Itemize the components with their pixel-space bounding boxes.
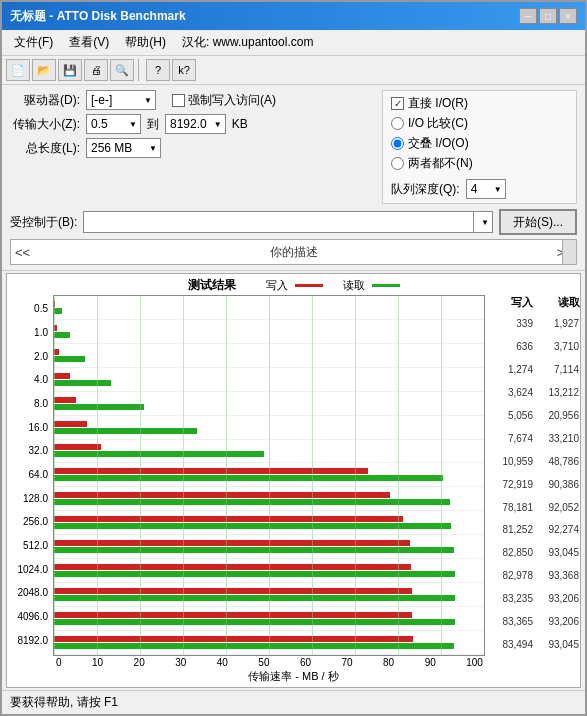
toolbar-print[interactable]: 🖨: [84, 59, 108, 81]
force-write-check[interactable]: 强制写入访问(A): [172, 92, 276, 109]
transfer-label: 传输大小(Z):: [10, 116, 80, 133]
io-compare-radio[interactable]: I/O 比较(C): [391, 115, 568, 132]
description-bar: << 你的描述 >>: [10, 239, 577, 265]
minimize-button[interactable]: ─: [519, 8, 537, 24]
value-row: 1,2747,114: [489, 358, 580, 381]
write-bar: [54, 588, 412, 594]
io-neither-input[interactable]: [391, 157, 404, 170]
io-exchange-radio[interactable]: 交叠 I/O(O): [391, 135, 568, 152]
menu-bar: 文件(F) 查看(V) 帮助(H) 汉化: www.upantool.com: [2, 30, 585, 56]
toolbar-separator: [138, 59, 142, 81]
io-exchange-input[interactable]: [391, 137, 404, 150]
bar-row: [54, 416, 484, 440]
legend-write-color: [295, 284, 323, 287]
drive-select[interactable]: [-e-]: [86, 90, 156, 110]
write-value: 82,850: [489, 547, 533, 558]
bar-row: [54, 559, 484, 583]
read-bar: [54, 523, 451, 529]
bar-row: [54, 535, 484, 559]
bar-row: [54, 368, 484, 392]
x-title: 传输速率 - MB / 秒: [7, 668, 580, 687]
grid-line: [484, 296, 485, 655]
toolbar-zoom[interactable]: 🔍: [110, 59, 134, 81]
desc-text: 你的描述: [30, 244, 557, 261]
menu-file[interactable]: 文件(F): [6, 32, 61, 53]
value-row: 7,67433,210: [489, 427, 580, 450]
x-label: 40: [217, 657, 228, 668]
bar-row: [54, 607, 484, 631]
transfer-row: 传输大小(Z): 0.5 到 8192.0 KB: [10, 114, 374, 134]
x-labels: 0102030405060708090100: [54, 656, 485, 668]
chart-body: 0.51.02.04.08.016.032.064.0128.0256.0512…: [7, 295, 580, 656]
write-value: 1,274: [489, 364, 533, 375]
menu-help[interactable]: 帮助(H): [117, 32, 174, 53]
read-value: 92,052: [535, 502, 579, 513]
write-bar: [54, 421, 87, 427]
controlled-by-row: 受控制于(B): 开始(S)...: [10, 209, 577, 235]
drive-row: 驱动器(D): [-e-] 强制写入访问(A): [10, 90, 374, 110]
write-bar: [54, 636, 413, 642]
write-value: 5,056: [489, 410, 533, 421]
queue-select[interactable]: 4: [466, 179, 506, 199]
total-label: 总长度(L):: [10, 140, 80, 157]
status-bar: 要获得帮助, 请按 F1: [2, 690, 585, 714]
io-compare-input[interactable]: [391, 117, 404, 130]
read-bar: [54, 643, 454, 649]
legend-write: 写入: [266, 278, 323, 293]
read-value: 90,386: [535, 479, 579, 490]
y-label: 0.5: [7, 303, 51, 314]
bar-row: [54, 392, 484, 416]
io-neither-radio[interactable]: 两者都不(N): [391, 155, 568, 172]
right-config: ✓ 直接 I/O(R) I/O 比较(C) 交叠 I/O(O) 两者都不(N) …: [382, 90, 577, 204]
write-bar: [54, 492, 390, 498]
write-value: 3,624: [489, 387, 533, 398]
controlled-input[interactable]: [83, 211, 474, 233]
controlled-dropdown[interactable]: [473, 211, 493, 233]
direct-io-row: ✓ 直接 I/O(R): [391, 95, 568, 112]
force-write-label: 强制写入访问(A): [188, 92, 276, 109]
write-value: 82,978: [489, 570, 533, 581]
y-label: 2048.0: [7, 587, 51, 598]
write-value: 7,674: [489, 433, 533, 444]
force-write-checkbox[interactable]: [172, 94, 185, 107]
read-value: 1,927: [535, 318, 579, 329]
menu-view[interactable]: 查看(V): [61, 32, 117, 53]
main-window: 无标题 - ATTO Disk Benchmark ─ □ × 文件(F) 查看…: [0, 0, 587, 716]
read-value: 93,045: [535, 639, 579, 650]
y-label: 8.0: [7, 398, 51, 409]
read-value: 93,206: [535, 593, 579, 604]
title-bar: 无标题 - ATTO Disk Benchmark ─ □ ×: [2, 2, 585, 30]
start-button[interactable]: 开始(S)...: [499, 209, 577, 235]
value-row: 3391,927: [489, 312, 580, 335]
y-label: 1.0: [7, 327, 51, 338]
bar-row: [54, 487, 484, 511]
controlled-input-area: [83, 211, 493, 233]
y-label: 16.0: [7, 422, 51, 433]
total-row: 总长度(L): 256 MB: [10, 138, 374, 158]
x-label: 100: [466, 657, 483, 668]
read-value: 93,045: [535, 547, 579, 558]
x-label: 60: [300, 657, 311, 668]
direct-io-checkbox[interactable]: ✓: [391, 97, 404, 110]
window-controls: ─ □ ×: [519, 8, 577, 24]
transfer-to-select[interactable]: 8192.0: [165, 114, 226, 134]
write-bar: [54, 468, 368, 474]
toolbar-new[interactable]: 📄: [6, 59, 30, 81]
maximize-button[interactable]: □: [539, 8, 557, 24]
bar-row: [54, 344, 484, 368]
x-label: 30: [175, 657, 186, 668]
total-select[interactable]: 256 MB: [86, 138, 161, 158]
window-title: 无标题 - ATTO Disk Benchmark: [10, 8, 186, 25]
close-button[interactable]: ×: [559, 8, 577, 24]
legend-read-color: [372, 284, 400, 287]
toolbar-help[interactable]: ?: [146, 59, 170, 81]
bar-row: [54, 440, 484, 464]
value-row: 5,05620,956: [489, 404, 580, 427]
transfer-from-select[interactable]: 0.5: [86, 114, 141, 134]
legend-write-label: 写入: [266, 278, 288, 293]
legend-read-label: 读取: [343, 278, 365, 293]
toolbar-open[interactable]: 📂: [32, 59, 56, 81]
y-label: 4.0: [7, 374, 51, 385]
toolbar-info[interactable]: k?: [172, 59, 196, 81]
toolbar-save[interactable]: 💾: [58, 59, 82, 81]
